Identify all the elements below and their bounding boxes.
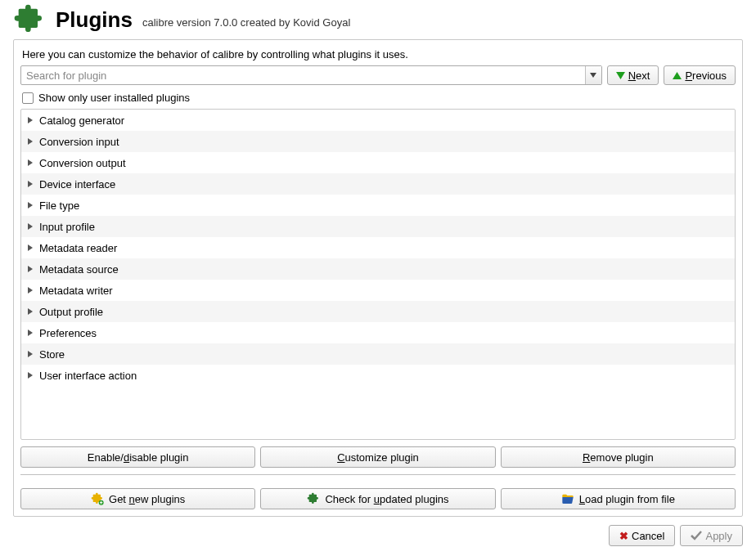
header: Plugins calibre version 7.0.0 created by…	[0, 0, 756, 39]
chevron-right-icon[interactable]	[26, 116, 34, 124]
plugins-panel: Here you can customize the behavior of c…	[13, 39, 743, 517]
category-row[interactable]: Preferences	[21, 322, 735, 343]
cancel-button[interactable]: ✖ Cancel	[609, 525, 675, 546]
chevron-right-icon[interactable]	[26, 307, 34, 316]
chevron-right-icon[interactable]	[26, 371, 34, 379]
customize-plugin-button[interactable]: Customize plugin	[260, 446, 495, 468]
check-for-updated-plugins-button[interactable]: Check for updated plugins	[260, 488, 495, 509]
chevron-right-icon[interactable]	[26, 265, 34, 273]
load-plugin-from-file-button[interactable]: Load plugin from file	[501, 488, 736, 509]
svg-marker-10	[28, 266, 33, 272]
svg-marker-2	[673, 72, 682, 79]
show-only-user-checkbox[interactable]	[22, 92, 34, 104]
chevron-right-icon[interactable]	[26, 137, 34, 146]
category-label: Input profile	[39, 221, 95, 233]
category-label: Preferences	[39, 327, 97, 339]
svg-marker-9	[28, 244, 33, 251]
chevron-right-icon[interactable]	[26, 350, 34, 358]
next-button[interactable]: Next	[607, 65, 659, 85]
arrow-up-green-icon	[673, 72, 682, 79]
puzzle-add-icon	[91, 492, 104, 505]
svg-marker-14	[28, 351, 33, 357]
chevron-down-icon	[590, 73, 596, 78]
category-row[interactable]: Device interface	[21, 173, 735, 195]
folder-open-icon	[561, 492, 574, 505]
category-label: Conversion input	[39, 136, 119, 148]
category-label: File type	[39, 200, 79, 212]
category-label: Metadata reader	[39, 242, 117, 254]
apply-button[interactable]: Apply	[680, 525, 743, 546]
page-title: Plugins	[56, 7, 133, 33]
svg-marker-0	[590, 73, 596, 78]
search-dropdown-button[interactable]	[585, 66, 601, 84]
chevron-right-icon[interactable]	[26, 244, 34, 252]
plugin-action-button-row: Enable/disable plugin Customize plugin R…	[20, 446, 736, 468]
intro-text: Here you can customize the behavior of c…	[22, 48, 734, 61]
category-row[interactable]: Input profile	[21, 216, 735, 237]
svg-marker-5	[28, 159, 33, 166]
plugin-source-button-row: Get new plugins Check for updated plugin…	[20, 488, 736, 509]
search-combo[interactable]	[20, 65, 602, 85]
chevron-right-icon[interactable]	[26, 286, 34, 294]
category-row[interactable]: Store	[21, 343, 735, 365]
search-input[interactable]	[21, 66, 585, 84]
svg-marker-15	[28, 372, 33, 379]
category-label: Metadata writer	[39, 285, 113, 297]
category-row[interactable]: File type	[21, 195, 735, 216]
show-only-user-checkbox-row[interactable]: Show only user installed plugins	[22, 92, 734, 104]
svg-marker-6	[28, 181, 33, 187]
category-row[interactable]: User interface action	[21, 365, 735, 386]
category-row[interactable]: Catalog generator	[21, 110, 735, 131]
category-label: Output profile	[39, 306, 103, 318]
puzzle-refresh-icon	[307, 492, 320, 505]
category-label: Catalog generator	[39, 114, 124, 127]
svg-marker-11	[28, 287, 33, 294]
enable-disable-plugin-button[interactable]: Enable/disable plugin	[20, 446, 255, 468]
plugins-icon	[13, 3, 46, 36]
category-label: Conversion output	[39, 157, 126, 169]
plugin-category-tree[interactable]: Catalog generatorConversion inputConvers…	[20, 109, 736, 440]
apply-check-icon	[691, 531, 702, 540]
previous-button[interactable]: Previous	[664, 65, 736, 85]
category-row[interactable]: Conversion output	[21, 152, 735, 173]
dialog-footer: ✖ Cancel Apply	[0, 517, 756, 556]
divider	[20, 474, 736, 475]
chevron-right-icon[interactable]	[26, 222, 34, 231]
svg-marker-8	[28, 223, 33, 230]
search-row: Next Previous	[20, 65, 736, 85]
category-label: Device interface	[39, 178, 115, 191]
category-row[interactable]: Metadata source	[21, 258, 735, 280]
svg-marker-12	[28, 308, 33, 315]
svg-marker-13	[28, 330, 33, 336]
svg-marker-7	[28, 202, 33, 208]
arrow-down-green-icon	[616, 72, 625, 79]
svg-marker-1	[616, 72, 625, 79]
remove-plugin-button[interactable]: Remove plugin	[501, 446, 736, 468]
get-new-plugins-button[interactable]: Get new plugins	[20, 488, 255, 509]
category-row[interactable]: Metadata writer	[21, 280, 735, 301]
chevron-right-icon[interactable]	[26, 201, 34, 209]
chevron-right-icon[interactable]	[26, 180, 34, 188]
category-label: Metadata source	[39, 263, 119, 276]
category-label: User interface action	[39, 370, 137, 382]
cancel-x-icon: ✖	[619, 530, 628, 542]
chevron-right-icon[interactable]	[26, 159, 34, 167]
page-subtitle: calibre version 7.0.0 created by Kovid G…	[142, 16, 350, 29]
show-only-user-label: Show only user installed plugins	[38, 92, 190, 104]
category-row[interactable]: Metadata reader	[21, 237, 735, 258]
category-label: Store	[39, 348, 65, 361]
category-row[interactable]: Conversion input	[21, 131, 735, 152]
svg-marker-3	[28, 117, 33, 123]
category-row[interactable]: Output profile	[21, 301, 735, 322]
chevron-right-icon[interactable]	[26, 329, 34, 337]
svg-marker-4	[28, 138, 33, 145]
